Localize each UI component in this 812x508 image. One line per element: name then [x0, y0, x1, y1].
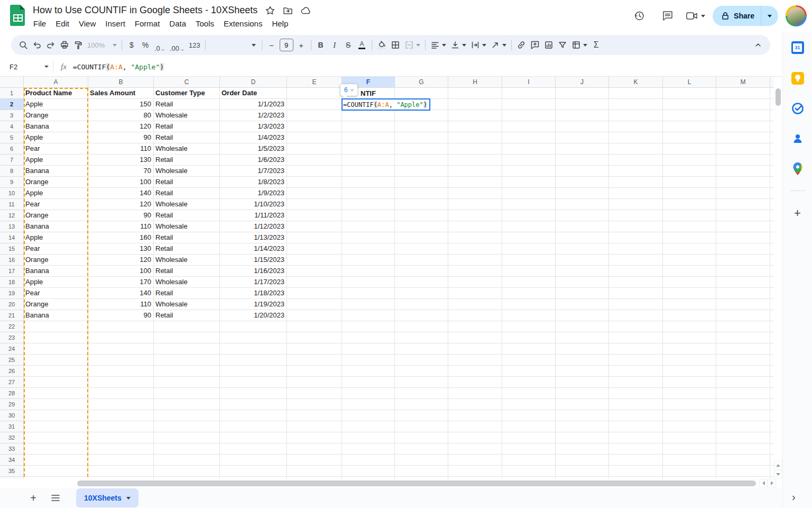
cell-F28[interactable] [342, 388, 395, 399]
row-header-25[interactable]: 25 [0, 355, 24, 366]
cell-C15[interactable]: Retail [154, 243, 220, 255]
cell-I19[interactable] [502, 288, 556, 299]
cell-E25[interactable] [287, 355, 342, 366]
comment-history-icon[interactable] [657, 5, 678, 26]
all-sheets-button[interactable] [49, 494, 62, 502]
cell-J16[interactable] [556, 255, 609, 266]
row-header-10[interactable]: 10 [0, 188, 24, 199]
cell-A16[interactable]: Orange [24, 255, 88, 266]
cell-D17[interactable]: 1/16/2023 [220, 266, 287, 277]
cell-K22[interactable] [609, 321, 663, 332]
cell-C14[interactable]: Retail [154, 232, 220, 243]
cell-J20[interactable] [556, 299, 609, 310]
cell-F27[interactable] [342, 377, 395, 388]
cell-L32[interactable] [663, 432, 716, 443]
cell-G16[interactable] [395, 255, 448, 266]
cell-H28[interactable] [448, 388, 502, 399]
cell-A3[interactable]: Orange [24, 110, 88, 121]
cell-C18[interactable]: Wholesale [154, 277, 220, 288]
cell-K16[interactable] [609, 255, 663, 266]
cell-L24[interactable] [663, 343, 716, 355]
cell-F9[interactable] [342, 177, 395, 188]
cell-L16[interactable] [663, 255, 716, 266]
row-header-12[interactable]: 12 [0, 210, 24, 221]
menu-help[interactable]: Help [267, 18, 293, 29]
cell-D12[interactable]: 1/11/2023 [220, 210, 287, 221]
google-sheets-logo-icon[interactable] [10, 5, 26, 26]
cell-D9[interactable]: 1/8/2023 [220, 177, 287, 188]
cell-L17[interactable] [663, 266, 716, 277]
cell-B11[interactable]: 120 [88, 199, 154, 210]
cell-F22[interactable] [342, 321, 395, 332]
cell-I1[interactable] [502, 88, 556, 99]
cell-D24[interactable] [220, 343, 287, 355]
cell-G21[interactable] [395, 310, 448, 321]
cell-C24[interactable] [154, 343, 220, 355]
row-header-29[interactable]: 29 [0, 399, 24, 410]
cell-C30[interactable] [154, 410, 220, 421]
create-filter-button[interactable] [556, 38, 569, 52]
cell-L4[interactable] [663, 121, 716, 132]
cell-E32[interactable] [287, 432, 342, 443]
cell-J5[interactable] [556, 132, 609, 143]
chevron-down-icon[interactable] [44, 66, 49, 68]
cell-I16[interactable] [502, 255, 556, 266]
cell-A18[interactable]: Apple [24, 277, 88, 288]
cell-I32[interactable] [502, 432, 556, 443]
cell-D35[interactable] [220, 466, 287, 477]
cell-C9[interactable]: Retail [154, 177, 220, 188]
cell-F18[interactable] [342, 277, 395, 288]
document-title[interactable]: How to Use COUNTIF in Google Sheets - 10… [33, 5, 257, 16]
cell-L6[interactable] [663, 143, 716, 155]
cell-A31[interactable] [24, 421, 88, 432]
cell-F25[interactable] [342, 355, 395, 366]
row-header-16[interactable]: 16 [0, 255, 24, 266]
cell-A19[interactable]: Pear [24, 288, 88, 299]
cell-F32[interactable] [342, 432, 395, 443]
cell-I17[interactable] [502, 266, 556, 277]
cell-K9[interactable] [609, 177, 663, 188]
cell-L3[interactable] [663, 110, 716, 121]
cell-G12[interactable] [395, 210, 448, 221]
cell-D29[interactable] [220, 399, 287, 410]
cell-H34[interactable] [448, 455, 502, 466]
cell-B30[interactable] [88, 410, 154, 421]
cell-D18[interactable]: 1/17/2023 [220, 277, 287, 288]
cell-L20[interactable] [663, 299, 716, 310]
cell-D8[interactable]: 1/7/2023 [220, 166, 287, 177]
cell-L1[interactable] [663, 88, 716, 99]
cell-M11[interactable] [716, 199, 770, 210]
cell-M14[interactable] [716, 232, 770, 243]
cell-H31[interactable] [448, 421, 502, 432]
menu-format[interactable]: Format [130, 18, 165, 29]
cell-D21[interactable]: 1/20/2023 [220, 310, 287, 321]
cell-D11[interactable]: 1/10/2023 [220, 199, 287, 210]
cell-F2-editor[interactable]: =COUNTIF(A:A, "Apple") [342, 98, 430, 111]
cell-A24[interactable] [24, 343, 88, 355]
cell-A1[interactable]: Product Name [24, 88, 88, 99]
cell-G34[interactable] [395, 455, 448, 466]
row-header-24[interactable]: 24 [0, 343, 24, 355]
cell-B14[interactable]: 160 [88, 232, 154, 243]
cell-G27[interactable] [395, 377, 448, 388]
cell-L15[interactable] [663, 243, 716, 255]
cell-J9[interactable] [556, 177, 609, 188]
cell-I25[interactable] [502, 355, 556, 366]
cell-G9[interactable] [395, 177, 448, 188]
font-family-select[interactable] [208, 39, 259, 51]
cell-M32[interactable] [716, 432, 770, 443]
cell-M13[interactable] [716, 221, 770, 232]
merge-cells-button[interactable] [402, 38, 422, 52]
cell-I5[interactable] [502, 132, 556, 143]
pivot-table-button[interactable] [569, 38, 589, 52]
cell-L12[interactable] [663, 210, 716, 221]
paint-format-button[interactable] [71, 38, 85, 52]
cell-A30[interactable] [24, 410, 88, 421]
cell-L29[interactable] [663, 399, 716, 410]
cell-J12[interactable] [556, 210, 609, 221]
cell-B23[interactable] [88, 332, 154, 343]
cell-C5[interactable]: Retail [154, 132, 220, 143]
cell-H15[interactable] [448, 243, 502, 255]
cell-D15[interactable]: 1/14/2023 [220, 243, 287, 255]
menu-file[interactable]: File [29, 18, 51, 29]
